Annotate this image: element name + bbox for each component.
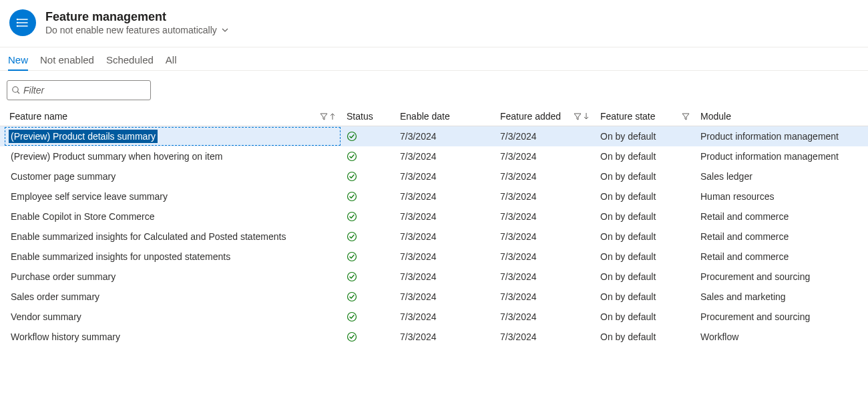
tab-new[interactable]: New bbox=[8, 51, 28, 71]
col-header-feature-added[interactable]: Feature added bbox=[495, 107, 595, 126]
col-header-feature-name-label: Feature name bbox=[9, 111, 67, 122]
cell-enable-date: 7/3/2024 bbox=[395, 207, 495, 226]
table-row[interactable]: Workflow history summary7/3/20247/3/2024… bbox=[0, 327, 868, 347]
cell-feature-name-text: Enable Copilot in Store Commerce bbox=[9, 211, 156, 223]
sort-asc-icon[interactable] bbox=[329, 112, 336, 120]
col-header-module[interactable]: Module bbox=[695, 107, 868, 126]
filter-input-wrap[interactable] bbox=[7, 80, 151, 100]
cell-feature-name-text: Sales order summary bbox=[9, 291, 101, 303]
filter-icon[interactable] bbox=[574, 112, 582, 120]
cell-feature-added: 7/3/2024 bbox=[495, 187, 595, 206]
auto-enable-dropdown[interactable]: Do not enable new features automatically bbox=[45, 25, 229, 35]
cell-feature-name[interactable]: Enable summarized insights for Calculate… bbox=[4, 227, 341, 247]
grid-body: (Preview) Product details summary7/3/202… bbox=[0, 126, 868, 347]
cell-feature-name[interactable]: Enable Copilot in Store Commerce bbox=[4, 207, 341, 227]
cell-feature-state: On by default bbox=[595, 167, 695, 186]
table-row[interactable]: (Preview) Product details summary7/3/202… bbox=[0, 126, 868, 146]
cell-feature-name[interactable]: Employee self service leave summary bbox=[4, 186, 341, 207]
cell-feature-name-text: Employee self service leave summary bbox=[9, 190, 169, 202]
svg-point-11 bbox=[348, 192, 357, 201]
status-enabled-icon bbox=[347, 171, 357, 182]
svg-point-16 bbox=[348, 293, 357, 301]
cell-status bbox=[341, 307, 395, 326]
cell-status bbox=[341, 267, 395, 286]
cell-feature-added: 7/3/2024 bbox=[495, 227, 595, 246]
svg-point-9 bbox=[348, 152, 357, 161]
page-title: Feature management bbox=[45, 10, 229, 24]
cell-module: Workflow bbox=[695, 327, 868, 346]
cell-feature-name-text: Workflow history summary bbox=[9, 331, 122, 343]
cell-status bbox=[341, 287, 395, 306]
svg-point-17 bbox=[348, 313, 357, 321]
svg-line-7 bbox=[17, 92, 19, 94]
cell-feature-state: On by default bbox=[595, 227, 695, 246]
cell-status bbox=[341, 127, 395, 146]
col-header-feature-state[interactable]: Feature state bbox=[595, 107, 695, 126]
col-header-enable-date-label: Enable date bbox=[400, 111, 450, 122]
sort-desc-icon[interactable] bbox=[583, 112, 590, 120]
table-row[interactable]: Enable summarized insights for Calculate… bbox=[0, 227, 868, 247]
cell-feature-state: On by default bbox=[595, 147, 695, 166]
tab-scheduled[interactable]: Scheduled bbox=[106, 51, 154, 71]
filter-icon[interactable] bbox=[682, 112, 690, 120]
feature-grid: Feature name Status Enable date Feature … bbox=[0, 107, 868, 347]
cell-feature-added: 7/3/2024 bbox=[495, 207, 595, 226]
table-row[interactable]: Sales order summary7/3/20247/3/2024On by… bbox=[0, 287, 868, 307]
cell-feature-state: On by default bbox=[595, 267, 695, 286]
cell-feature-added: 7/3/2024 bbox=[495, 247, 595, 266]
search-icon bbox=[11, 86, 21, 95]
status-enabled-icon bbox=[347, 191, 357, 202]
tab-all[interactable]: All bbox=[166, 51, 177, 71]
cell-feature-state: On by default bbox=[595, 307, 695, 326]
status-enabled-icon bbox=[347, 291, 357, 302]
cell-feature-state: On by default bbox=[595, 207, 695, 226]
col-header-module-label: Module bbox=[700, 111, 731, 122]
cell-enable-date: 7/3/2024 bbox=[395, 267, 495, 286]
cell-feature-added: 7/3/2024 bbox=[495, 167, 595, 186]
status-enabled-icon bbox=[347, 231, 357, 242]
cell-feature-name[interactable]: (Preview) Product details summary bbox=[4, 126, 341, 146]
table-row[interactable]: Employee self service leave summary7/3/2… bbox=[0, 186, 868, 207]
page-header: Feature management Do not enable new fea… bbox=[0, 0, 868, 47]
col-header-feature-state-label: Feature state bbox=[600, 111, 656, 122]
cell-feature-state: On by default bbox=[595, 247, 695, 266]
feature-management-icon bbox=[9, 9, 36, 36]
svg-point-4 bbox=[17, 23, 18, 23]
table-row[interactable]: (Preview) Product summary when hovering … bbox=[0, 146, 868, 166]
col-header-enable-date[interactable]: Enable date bbox=[395, 107, 495, 126]
table-row[interactable]: Vendor summary7/3/20247/3/2024On by defa… bbox=[0, 307, 868, 327]
cell-feature-name-text: (Preview) Product details summary bbox=[9, 130, 157, 142]
cell-module: Procurement and sourcing bbox=[695, 267, 868, 286]
cell-module: Sales and marketing bbox=[695, 287, 868, 306]
cell-enable-date: 7/3/2024 bbox=[395, 227, 495, 246]
cell-feature-state: On by default bbox=[595, 327, 695, 346]
filter-input[interactable] bbox=[23, 85, 146, 96]
table-row[interactable]: Enable Copilot in Store Commerce7/3/2024… bbox=[0, 207, 868, 227]
cell-feature-name-text: Purchase order summary bbox=[9, 271, 117, 283]
cell-enable-date: 7/3/2024 bbox=[395, 187, 495, 206]
cell-feature-name-text: Enable summarized insights for unposted … bbox=[9, 251, 232, 263]
col-header-feature-name[interactable]: Feature name bbox=[4, 107, 341, 126]
status-enabled-icon bbox=[347, 211, 357, 222]
cell-feature-name[interactable]: (Preview) Product summary when hovering … bbox=[4, 146, 341, 166]
cell-feature-name-text: (Preview) Product summary when hovering … bbox=[9, 150, 224, 162]
cell-feature-name[interactable]: Enable summarized insights for unposted … bbox=[4, 247, 341, 267]
cell-feature-name[interactable]: Purchase order summary bbox=[4, 267, 341, 287]
cell-module: Product information management bbox=[695, 127, 868, 146]
table-row[interactable]: Purchase order summary7/3/20247/3/2024On… bbox=[0, 267, 868, 287]
tab-not-enabled[interactable]: Not enabled bbox=[40, 51, 94, 71]
cell-module: Retail and commerce bbox=[695, 227, 868, 246]
filter-icon[interactable] bbox=[320, 112, 328, 120]
svg-point-15 bbox=[348, 273, 357, 281]
svg-point-5 bbox=[17, 26, 18, 27]
cell-feature-name[interactable]: Vendor summary bbox=[4, 307, 341, 327]
cell-feature-name[interactable]: Workflow history summary bbox=[4, 327, 341, 347]
cell-feature-name[interactable]: Sales order summary bbox=[4, 287, 341, 307]
col-header-status[interactable]: Status bbox=[341, 107, 395, 126]
status-enabled-icon bbox=[347, 131, 357, 142]
table-row[interactable]: Customer page summary7/3/20247/3/2024On … bbox=[0, 166, 868, 186]
status-enabled-icon bbox=[347, 311, 357, 322]
col-header-feature-added-label: Feature added bbox=[500, 111, 561, 122]
table-row[interactable]: Enable summarized insights for unposted … bbox=[0, 247, 868, 267]
cell-feature-name[interactable]: Customer page summary bbox=[4, 166, 341, 186]
